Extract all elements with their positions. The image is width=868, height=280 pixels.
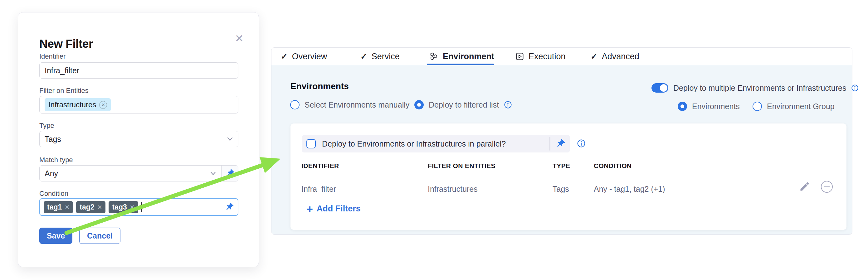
match-type-value: Any [44,169,58,178]
tab-label: Overview [292,52,327,62]
tab-execution[interactable]: Execution [516,48,566,65]
radio-label: Environment Group [767,102,835,111]
tab-label: Service [372,52,400,62]
tab-label: Advanced [602,52,639,62]
play-box-icon [516,52,524,61]
row-identifier: Infra_filter [301,184,336,194]
tab-bar: ✓ Overview ✓ Service Environment [272,48,852,65]
add-filters-label: Add Filters [317,204,361,214]
radio-label: Environments [692,102,740,111]
remove-tag-icon[interactable]: ✕ [65,204,69,211]
radio-selected-icon[interactable] [414,100,424,109]
tag-label: tag2 [80,203,94,211]
check-icon: ✓ [591,52,597,62]
tab-label: Environment [443,52,494,62]
identifier-value: Infra_filter [44,66,79,75]
chevron-down-icon [227,137,233,141]
pin-button[interactable] [221,166,238,181]
row-condition: Any - tag1, tag2 (+1) [594,184,665,194]
entity-chip: Infrastructures ✕ [44,98,111,111]
match-type-label: Match type [39,156,73,164]
text-cursor [141,202,142,212]
tag-label: tag3 [112,203,127,211]
type-value: Tags [44,135,61,144]
close-icon[interactable]: ✕ [235,33,244,44]
radio-icon[interactable] [752,102,762,111]
save-button[interactable]: Save [39,228,72,244]
modal-title: New Filter [39,37,93,50]
filter-on-entities-label: Filter on Entities [39,87,89,95]
filter-on-entities-input[interactable]: Infrastructures ✕ [39,96,238,113]
radio-select-manually[interactable]: Select Environments manually [290,100,409,109]
check-icon: ✓ [281,52,288,62]
identifier-label: Identifier [39,53,65,61]
info-icon[interactable] [504,101,512,109]
check-icon: ✓ [360,52,367,62]
remove-entity-icon[interactable]: ✕ [99,101,107,109]
row-type: Tags [553,184,569,194]
radio-label: Deploy to filtered list [429,100,499,109]
info-icon[interactable] [577,139,586,148]
match-type-select[interactable]: Any [40,166,221,181]
radio-icon[interactable] [290,100,300,109]
deploy-multiple-toggle-row: Deploy to multiple Environments or Infra… [651,83,859,93]
tab-environment[interactable]: Environment [429,48,494,65]
parallel-deploy-bar: Deploy to Environments or Infrastructure… [302,135,570,152]
radio-selected-icon[interactable] [678,102,687,111]
parallel-label: Deploy to Environments or Infrastructure… [322,139,506,148]
cancel-button[interactable]: Cancel [79,228,120,244]
add-filters-button[interactable]: + Add Filters [307,204,361,214]
environment-tab-content: Environments Select Environments manuall… [272,65,852,235]
match-type-group: Any [39,165,238,181]
condition-tag-chip: tag1 ✕ [44,201,73,213]
remove-tag-icon[interactable]: ✕ [97,204,102,211]
row-entities: Infrastructures [428,184,478,194]
col-header-condition: CONDITION [594,162,631,170]
condition-input[interactable]: tag1 ✕ tag2 ✕ tag3 ✕ [39,198,238,216]
pipeline-stage-panel: ✓ Overview ✓ Service Environment [271,47,852,235]
remove-tag-icon[interactable]: ✕ [130,204,135,211]
new-filter-modal: ✕ New Filter Identifier Infra_filter Fil… [18,12,259,267]
radio-label: Select Environments manually [305,100,409,109]
info-icon[interactable] [851,84,859,92]
col-header-entities: FILTER ON ENTITIES [428,162,495,170]
hexagons-icon [429,52,438,61]
condition-tag-chip: tag2 ✕ [76,201,105,213]
radio-environment-group[interactable]: Environment Group [752,102,835,111]
plus-icon: + [307,204,313,214]
type-select[interactable]: Tags [39,131,238,147]
tab-service[interactable]: ✓ Service [360,48,400,65]
radio-environments[interactable]: Environments [678,102,740,111]
pin-button[interactable] [225,202,234,212]
radio-deploy-filtered-list[interactable]: Deploy to filtered list [414,100,512,109]
col-header-type: TYPE [553,162,570,170]
tab-overview[interactable]: ✓ Overview [281,48,327,65]
divider [550,137,550,151]
edit-pencil-icon[interactable] [799,181,810,193]
condition-label: Condition [39,189,68,198]
environments-heading: Environments [290,81,349,91]
tag-label: tag1 [47,203,62,211]
entity-chip-label: Infrastructures [49,100,96,109]
filters-card: Deploy to Environments or Infrastructure… [290,124,846,230]
toggle-label: Deploy to multiple Environments or Infra… [673,83,846,93]
parallel-checkbox[interactable] [306,139,316,148]
type-label: Type [39,121,54,130]
toggle-on[interactable] [651,83,668,93]
tab-advanced[interactable]: ✓ Advanced [591,48,639,65]
remove-row-icon[interactable] [821,181,833,193]
identifier-input[interactable]: Infra_filter [39,62,238,78]
chevron-down-icon [210,171,216,176]
tab-label: Execution [529,52,566,62]
pin-button[interactable] [555,139,565,149]
condition-tag-chip: tag3 ✕ [108,201,138,213]
col-header-identifier: IDENTIFIER [301,162,339,170]
